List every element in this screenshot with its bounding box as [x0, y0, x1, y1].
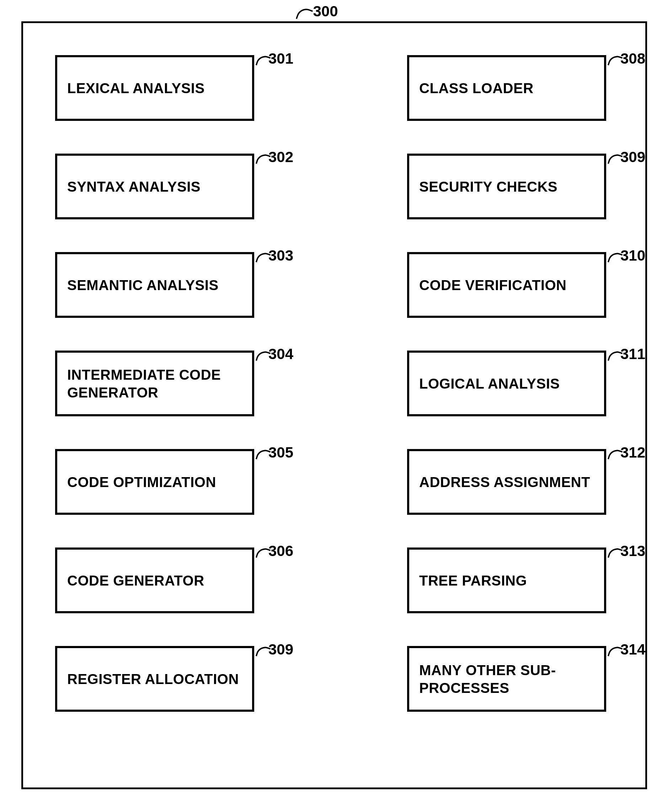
ref-number: 312 — [620, 444, 645, 461]
columns-wrapper: LEXICAL ANALYSIS 301 SYNTAX ANALYSIS 302… — [23, 23, 645, 712]
process-box: SYNTAX ANALYSIS 302 — [55, 154, 254, 219]
right-column: CLASS LOADER 308 SECURITY CHECKS 309 COD… — [407, 55, 606, 712]
box-frame: CLASS LOADER — [407, 55, 606, 121]
process-box: CODE OPTIMIZATION 305 — [55, 449, 254, 515]
ref-number: 302 — [269, 149, 293, 166]
ref-number: 304 — [269, 346, 293, 363]
process-box: CLASS LOADER 308 — [407, 55, 606, 121]
box-label: TREE PARSING — [419, 572, 527, 589]
ref-number: 308 — [620, 50, 645, 67]
ref-number: 309 — [620, 149, 645, 166]
box-label: CLASS LOADER — [419, 79, 534, 97]
box-frame: SECURITY CHECKS — [407, 154, 606, 219]
process-box: MANY OTHER SUB-PROCESSES 314 — [407, 646, 606, 712]
box-frame: LOGICAL ANALYSIS — [407, 351, 606, 416]
box-frame: LEXICAL ANALYSIS — [55, 55, 254, 121]
process-box: LEXICAL ANALYSIS 301 — [55, 55, 254, 121]
box-label: SECURITY CHECKS — [419, 178, 558, 195]
box-label: LOGICAL ANALYSIS — [419, 375, 559, 392]
ref-number: 306 — [269, 542, 293, 560]
ref-number: 314 — [620, 641, 645, 658]
left-column: LEXICAL ANALYSIS 301 SYNTAX ANALYSIS 302… — [55, 55, 254, 712]
box-frame: SYNTAX ANALYSIS — [55, 154, 254, 219]
box-label: ADDRESS ASSIGNMENT — [419, 473, 590, 491]
box-label: CODE GENERATOR — [67, 572, 205, 589]
box-frame: ADDRESS ASSIGNMENT — [407, 449, 606, 515]
box-frame: CODE GENERATOR — [55, 548, 254, 613]
process-box: CODE VERIFICATION 310 — [407, 252, 606, 318]
process-box: REGISTER ALLOCATION 309 — [55, 646, 254, 712]
ref-number: 305 — [269, 444, 293, 461]
process-box: CODE GENERATOR 306 — [55, 548, 254, 613]
container-ref-label: 300 — [310, 3, 341, 20]
box-frame: CODE OPTIMIZATION — [55, 449, 254, 515]
process-box: SEMANTIC ANALYSIS 303 — [55, 252, 254, 318]
box-frame: TREE PARSING — [407, 548, 606, 613]
process-box: TREE PARSING 313 — [407, 548, 606, 613]
box-label: SEMANTIC ANALYSIS — [67, 276, 219, 294]
box-frame: REGISTER ALLOCATION — [55, 646, 254, 712]
box-frame: SEMANTIC ANALYSIS — [55, 252, 254, 318]
process-box: SECURITY CHECKS 309 — [407, 154, 606, 219]
process-box: INTERMEDIATE CODE GENERATOR 304 — [55, 351, 254, 416]
box-label: CODE VERIFICATION — [419, 276, 566, 294]
box-label: SYNTAX ANALYSIS — [67, 178, 200, 195]
box-label: INTERMEDIATE CODE GENERATOR — [67, 366, 242, 401]
box-frame: MANY OTHER SUB-PROCESSES — [407, 646, 606, 712]
box-frame: INTERMEDIATE CODE GENERATOR — [55, 351, 254, 416]
diagram-container: LEXICAL ANALYSIS 301 SYNTAX ANALYSIS 302… — [21, 21, 647, 789]
box-label: MANY OTHER SUB-PROCESSES — [419, 661, 594, 697]
box-label: LEXICAL ANALYSIS — [67, 79, 205, 97]
ref-number: 301 — [269, 50, 293, 67]
ref-number: 311 — [620, 346, 645, 363]
ref-number: 310 — [620, 247, 645, 264]
ref-number: 303 — [269, 247, 293, 264]
box-label: CODE OPTIMIZATION — [67, 473, 216, 491]
ref-number: 313 — [620, 542, 645, 560]
box-label: REGISTER ALLOCATION — [67, 670, 239, 688]
box-frame: CODE VERIFICATION — [407, 252, 606, 318]
process-box: ADDRESS ASSIGNMENT 312 — [407, 449, 606, 515]
process-box: LOGICAL ANALYSIS 311 — [407, 351, 606, 416]
ref-number: 309 — [269, 641, 293, 658]
